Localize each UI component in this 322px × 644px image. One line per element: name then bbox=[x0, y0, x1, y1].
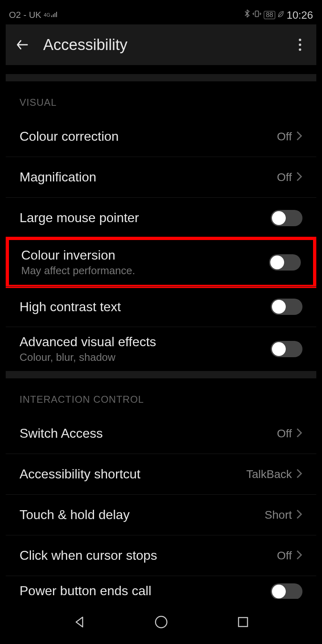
row-click-when-cursor-stops[interactable]: Click when cursor stops Off bbox=[6, 535, 316, 576]
back-button[interactable] bbox=[14, 36, 31, 53]
signal-icon bbox=[51, 10, 58, 20]
toggle-large-mouse-pointer[interactable] bbox=[271, 210, 302, 226]
row-high-contrast-text[interactable]: High contrast text bbox=[6, 286, 316, 327]
row-value: Off bbox=[277, 427, 292, 440]
app-bar: Accessibility bbox=[6, 24, 316, 65]
row-title: Colour correction bbox=[20, 129, 277, 144]
row-colour-inversion[interactable]: Colour inversion May affect performance. bbox=[9, 240, 313, 285]
section-header-interaction: INTERACTION CONTROL bbox=[6, 378, 316, 413]
chevron-right-icon bbox=[296, 428, 302, 440]
row-title: Touch & hold delay bbox=[20, 507, 265, 522]
leaf-icon bbox=[278, 10, 284, 20]
row-value: TalkBack bbox=[246, 468, 292, 481]
chevron-right-icon bbox=[296, 131, 302, 143]
row-accessibility-shortcut[interactable]: Accessibility shortcut TalkBack bbox=[6, 454, 316, 495]
network-badge: 4G bbox=[44, 13, 50, 17]
row-subtitle: May affect performance. bbox=[21, 264, 269, 277]
chevron-right-icon bbox=[296, 171, 302, 183]
svg-rect-0 bbox=[255, 11, 258, 17]
more-options-button[interactable] bbox=[292, 39, 308, 51]
row-title: Magnification bbox=[20, 170, 277, 185]
nav-back-button[interactable] bbox=[71, 614, 88, 630]
row-title: High contrast text bbox=[20, 299, 271, 314]
row-title: Switch Access bbox=[20, 426, 277, 441]
row-value: Off bbox=[277, 130, 292, 143]
highlight-annotation: Colour inversion May affect performance. bbox=[6, 237, 316, 288]
row-magnification[interactable]: Magnification Off bbox=[6, 157, 316, 198]
system-nav-bar bbox=[6, 606, 316, 638]
chevron-right-icon bbox=[296, 468, 302, 480]
section-divider bbox=[6, 371, 316, 378]
nav-home-button[interactable] bbox=[153, 614, 169, 630]
row-title: Accessibility shortcut bbox=[20, 467, 246, 482]
section-header-visual: VISUAL bbox=[6, 81, 316, 116]
chevron-right-icon bbox=[296, 550, 302, 562]
row-title: Power button ends call bbox=[20, 583, 271, 598]
row-touch-hold-delay[interactable]: Touch & hold delay Short bbox=[6, 495, 316, 535]
row-value: Off bbox=[277, 171, 292, 184]
battery-icon: 88 bbox=[264, 11, 275, 19]
nav-recent-button[interactable] bbox=[235, 614, 251, 630]
vibrate-icon bbox=[252, 9, 261, 21]
status-bar: O2 - UK 4G 88 10:26 bbox=[6, 6, 316, 24]
row-title: Advanced visual effects bbox=[20, 334, 271, 349]
row-switch-access[interactable]: Switch Access Off bbox=[6, 413, 316, 454]
carrier-label: O2 - UK bbox=[9, 10, 41, 20]
row-colour-correction[interactable]: Colour correction Off bbox=[6, 116, 316, 157]
row-title: Colour inversion bbox=[21, 248, 269, 263]
toggle-advanced-visual-effects[interactable] bbox=[271, 341, 302, 357]
section-divider bbox=[6, 74, 316, 81]
svg-rect-2 bbox=[239, 618, 248, 627]
row-advanced-visual-effects[interactable]: Advanced visual effects Colour, blur, sh… bbox=[6, 327, 316, 371]
page-title: Accessibility bbox=[43, 36, 292, 54]
toggle-power-button-ends-call[interactable] bbox=[271, 583, 302, 599]
row-value: Off bbox=[277, 549, 292, 562]
bluetooth-icon bbox=[244, 9, 250, 21]
toggle-colour-inversion[interactable] bbox=[269, 254, 301, 271]
row-title: Click when cursor stops bbox=[20, 548, 277, 563]
row-title: Large mouse pointer bbox=[20, 210, 271, 225]
settings-list[interactable]: VISUAL Colour correction Off Magnificati… bbox=[6, 65, 316, 606]
toggle-high-contrast-text[interactable] bbox=[271, 299, 302, 315]
row-large-mouse-pointer[interactable]: Large mouse pointer bbox=[6, 198, 316, 238]
clock-label: 10:26 bbox=[287, 9, 313, 22]
chevron-right-icon bbox=[296, 509, 302, 521]
row-subtitle: Colour, blur, shadow bbox=[20, 351, 271, 364]
svg-point-1 bbox=[156, 616, 167, 628]
row-value: Short bbox=[265, 509, 292, 522]
row-power-button-ends-call[interactable]: Power button ends call bbox=[6, 576, 316, 599]
